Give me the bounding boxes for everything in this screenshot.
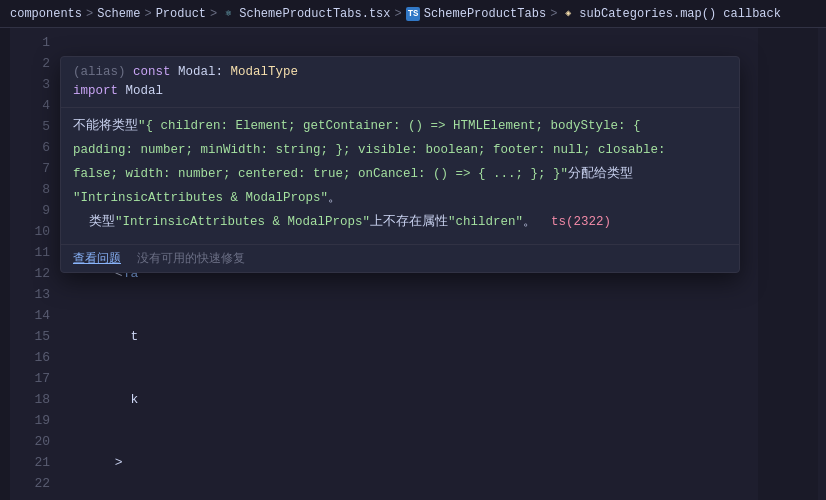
breadcrumb-item-callback: subCategories.map() callback: [579, 7, 781, 21]
tooltip-footer: 查看问题 没有可用的快速修复: [61, 244, 739, 272]
breadcrumb-item-product: Product: [156, 7, 206, 21]
breadcrumb-separator-3: >: [210, 7, 217, 21]
minimap: [758, 28, 818, 500]
line-numbers: 1 2 3 4 5 6 7 8 9 10 11 12 13 14 15 16 1…: [10, 28, 60, 500]
tooltip-error-line-4: "IntrinsicAttributes & ModalProps"。: [73, 188, 727, 208]
tooltip-error-line-5: 类型"IntrinsicAttributes & ModalProps"上不存在…: [89, 212, 727, 232]
tooltip-header: (alias) const Modal: ModalType import Mo…: [61, 57, 739, 108]
tooltip-error-line-3: false; width: number; centered: true; on…: [73, 164, 727, 184]
tooltip-body: 不能将类型"{ children: Element; getContainer:…: [61, 108, 739, 244]
breadcrumb-item-file: SchemeProductTabs.tsx: [239, 7, 390, 21]
tooltip-error-line-1: 不能将类型"{ children: Element; getContainer:…: [73, 116, 727, 136]
breadcrumb-item-component: SchemeProductTabs: [424, 7, 546, 21]
breadcrumb-separator-5: >: [550, 7, 557, 21]
tooltip-error-line-2: padding: number; minWidth: string; }; vi…: [73, 140, 727, 160]
breadcrumb-separator-2: >: [144, 7, 151, 21]
breadcrumb-separator-4: >: [395, 7, 402, 21]
view-problem-link[interactable]: 查看问题: [73, 250, 121, 267]
class-icon: ◈: [561, 7, 575, 21]
ts-icon: TS: [406, 7, 420, 21]
breadcrumb-separator-1: >: [86, 7, 93, 21]
breadcrumb-bar: components > Scheme > Product > ⚛ Scheme…: [0, 0, 826, 28]
left-gutter: [0, 28, 10, 500]
react-icon: ⚛: [221, 7, 235, 21]
breadcrumb-item-scheme: Scheme: [97, 7, 140, 21]
no-quick-fix-text: 没有可用的快速修复: [137, 250, 245, 267]
editor-area: 1 2 3 4 5 6 7 8 9 10 11 12 13 14 15 16 1…: [0, 28, 826, 500]
error-tooltip: (alias) const Modal: ModalType import Mo…: [60, 56, 740, 273]
breadcrumb-item-components: components: [10, 7, 82, 21]
